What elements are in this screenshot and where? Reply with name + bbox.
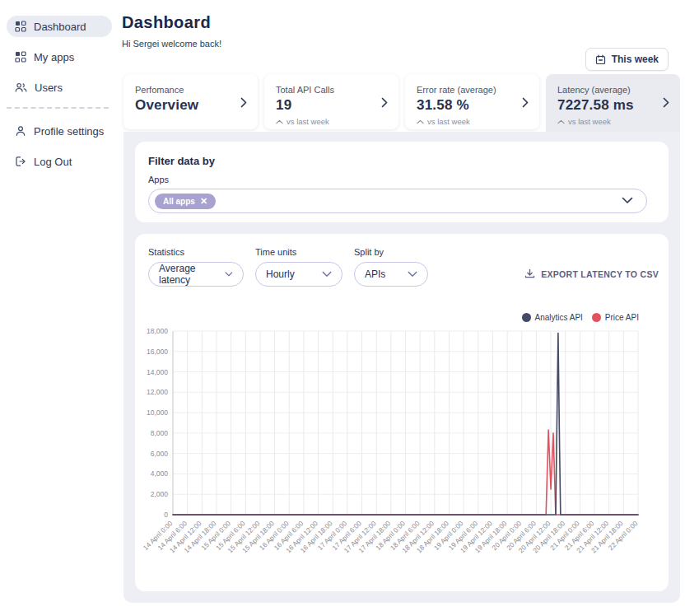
svg-text:2,000: 2,000 — [151, 490, 169, 498]
sidebar-item-label: My apps — [34, 51, 74, 63]
stat-cards-row: Perfomance Overview Total API Calls 19 v… — [123, 74, 680, 132]
this-week-button[interactable]: This week — [585, 48, 669, 71]
dashboard-page: Dashboard My apps Users — [0, 0, 685, 616]
sidebar-divider — [7, 107, 109, 109]
svg-text:8,000: 8,000 — [151, 429, 169, 437]
time-units-value: Hourly — [266, 268, 295, 280]
statistics-select[interactable]: Average latency — [148, 262, 244, 287]
calendar-icon — [595, 54, 606, 65]
users-icon — [15, 82, 27, 93]
card-compare-label: vs last week — [427, 117, 470, 126]
sidebar-item-label: Users — [35, 82, 63, 94]
content-panel: Filter data by Apps All apps ✕ Statistic… — [123, 132, 680, 603]
statistics-label: Statistics — [148, 247, 244, 257]
statistics-value: Average latency — [159, 263, 217, 286]
sidebar-item-label: Profile settings — [34, 125, 104, 138]
chart-controls: Statistics Average latency Time units Ho… — [148, 247, 655, 287]
statistics-card: Statistics Average latency Time units Ho… — [135, 234, 669, 591]
page-subtitle: Hi Sergei welcome back! — [122, 39, 221, 49]
apps-select[interactable]: All apps ✕ — [148, 189, 647, 213]
grid-icon — [15, 51, 26, 63]
sidebar: Dashboard My apps Users — [0, 0, 117, 616]
card-value: 7227.58 ms — [557, 97, 669, 114]
card-label: Perfomance — [135, 85, 246, 95]
chevron-down-icon — [225, 271, 233, 278]
card-compare: vs last week — [276, 117, 387, 126]
chevron-right-icon — [240, 97, 247, 108]
card-compare-label: vs last week — [287, 117, 329, 126]
chevron-down-icon — [322, 271, 332, 278]
card-error-rate[interactable]: Error rate (average) 31.58 % vs last wee… — [405, 74, 539, 129]
statistics-control: Statistics Average latency — [148, 247, 244, 287]
sidebar-item-users[interactable]: Users — [7, 77, 112, 98]
download-icon — [524, 268, 535, 279]
caret-up-icon — [417, 119, 424, 124]
split-by-select[interactable]: APIs — [354, 262, 428, 287]
svg-text:16,000: 16,000 — [147, 348, 168, 356]
card-compare-label: vs last week — [568, 117, 611, 126]
card-value: 31.58 % — [417, 97, 528, 114]
chevron-down-icon — [408, 271, 417, 278]
caret-up-icon — [557, 119, 565, 124]
card-compare: vs last week — [557, 117, 669, 126]
card-value: Overview — [135, 97, 246, 114]
caret-up-icon — [276, 119, 283, 124]
chip-remove-icon[interactable]: ✕ — [200, 197, 207, 206]
card-label: Total API Calls — [276, 85, 387, 95]
export-csv-button[interactable]: EXPORT LATENCY TO CSV — [524, 268, 659, 279]
sidebar-item-label: Dashboard — [34, 21, 86, 33]
svg-text:12,000: 12,000 — [147, 388, 168, 396]
sidebar-item-dashboard[interactable]: Dashboard — [7, 16, 112, 37]
this-week-label: This week — [612, 54, 659, 65]
sidebar-item-my-apps[interactable]: My apps — [7, 46, 112, 68]
sidebar-item-label: Log Out — [34, 156, 72, 168]
chevron-right-icon — [381, 97, 388, 108]
apps-label: Apps — [148, 175, 655, 184]
svg-text:18,000: 18,000 — [147, 327, 168, 335]
logout-icon — [15, 156, 26, 167]
filter-card: Filter data by Apps All apps ✕ — [135, 142, 669, 222]
svg-text:0: 0 — [164, 511, 168, 519]
grid-icon — [15, 21, 26, 32]
svg-text:14,000: 14,000 — [147, 368, 168, 376]
all-apps-chip[interactable]: All apps ✕ — [155, 194, 216, 209]
split-by-label: Split by — [354, 247, 428, 257]
card-value: 19 — [276, 97, 387, 114]
chart-svg: 02,0004,0006,0008,00010,00012,00014,0001… — [135, 318, 669, 573]
card-total-api-calls[interactable]: Total API Calls 19 vs last week — [264, 74, 398, 129]
person-icon — [15, 125, 26, 137]
card-label: Latency (average) — [557, 85, 669, 95]
chip-label: All apps — [163, 197, 195, 206]
card-label: Error rate (average) — [417, 85, 528, 95]
time-units-select[interactable]: Hourly — [255, 262, 342, 287]
time-units-control: Time units Hourly — [255, 247, 342, 287]
page-title: Dashboard — [122, 13, 221, 32]
chevron-right-icon — [522, 97, 529, 108]
sidebar-item-log-out[interactable]: Log Out — [7, 151, 112, 172]
svg-text:4,000: 4,000 — [151, 469, 169, 478]
split-by-value: APIs — [365, 268, 385, 280]
filter-heading: Filter data by — [148, 155, 655, 167]
split-by-control: Split by APIs — [354, 247, 428, 287]
card-performance-overview[interactable]: Perfomance Overview — [123, 74, 258, 129]
chevron-right-icon — [663, 97, 669, 108]
chevron-down-icon — [622, 197, 633, 204]
sidebar-item-profile-settings[interactable]: Profile settings — [7, 120, 112, 142]
time-units-label: Time units — [255, 247, 342, 257]
svg-text:6,000: 6,000 — [151, 450, 169, 458]
page-header: Dashboard Hi Sergei welcome back! — [122, 13, 221, 49]
export-csv-label: EXPORT LATENCY TO CSV — [541, 269, 659, 279]
card-compare: vs last week — [417, 117, 528, 126]
card-latency-selected[interactable]: Latency (average) 7227.58 ms vs last wee… — [546, 74, 680, 132]
latency-line-chart: 02,0004,0006,0008,00010,00012,00014,0001… — [135, 318, 669, 573]
svg-text:10,000: 10,000 — [147, 408, 168, 417]
